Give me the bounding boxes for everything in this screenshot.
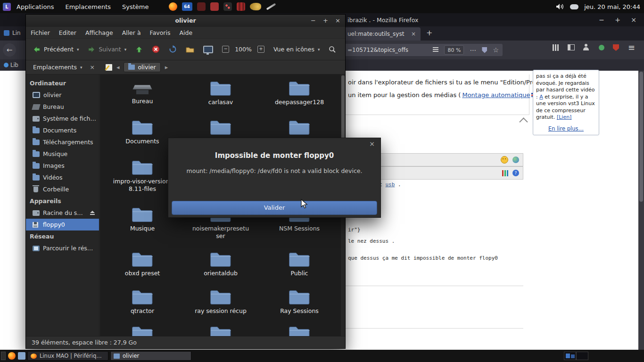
audio-app-icon[interactable] <box>210 2 219 11</box>
crumb-back-icon[interactable]: ◂ <box>116 64 120 71</box>
file-item[interactable]: Public <box>264 251 335 277</box>
account-icon[interactable] <box>583 44 589 50</box>
back-button[interactable]: Précédent ▾ <box>30 43 82 56</box>
taskbar-button[interactable]: Linux MAO | Périfériq… <box>27 351 108 361</box>
chevron-down-icon[interactable]: ▾ <box>77 47 79 52</box>
file-item[interactable]: Bureau <box>107 80 178 105</box>
tool-icon[interactable] <box>266 3 276 10</box>
menu-item[interactable]: Aller à <box>122 29 141 36</box>
menu-item[interactable]: Fichier <box>31 29 50 36</box>
distro-logo[interactable]: L <box>3 3 11 11</box>
menu-icon[interactable]: ≡ <box>628 42 635 52</box>
firefox-close-button[interactable]: × <box>631 16 636 24</box>
sidebar-item[interactable]: Musique <box>26 148 99 160</box>
background-tab-fragment[interactable]: Lin <box>12 30 21 36</box>
read-more-link[interactable]: En lire plus… <box>548 125 584 132</box>
file-item[interactable]: impro-visor-version-8.11-files <box>107 159 178 192</box>
tab-close-icon[interactable]: × <box>411 31 416 37</box>
firefox-scrollbar-thumb[interactable] <box>639 72 643 202</box>
file-item[interactable]: carlasav <box>185 80 256 106</box>
taskbar-button[interactable]: olivier <box>110 351 191 361</box>
new-tab-button[interactable]: + <box>426 28 432 37</box>
file-item[interactable]: Musique <box>107 206 178 232</box>
smiley-icon[interactable] <box>501 156 508 164</box>
caja-close-button[interactable]: × <box>335 17 340 24</box>
file-item[interactable]: ray session récup <box>185 289 256 315</box>
news-card-lien-link[interactable]: [Lien] <box>557 114 572 120</box>
tracking-shield-icon[interactable] <box>482 47 487 53</box>
sidebar-item[interactable]: Vidéos <box>26 172 99 183</box>
sidebar-item[interactable]: Téléchargements <box>26 136 99 148</box>
montage-automatique-link[interactable]: Montage automatique <box>462 91 530 99</box>
sidebar-item[interactable]: Corbeille <box>26 183 99 195</box>
open-folder-button[interactable] <box>182 44 198 55</box>
sidebar-toggle-icon[interactable] <box>568 44 575 50</box>
caja-scrollbar-thumb[interactable] <box>341 75 345 141</box>
menu-item[interactable]: Aide <box>179 29 192 36</box>
caja-minimize-button[interactable]: − <box>311 17 316 24</box>
breadcrumb[interactable]: olivier <box>124 62 160 72</box>
extension-icon[interactable] <box>599 45 604 50</box>
volume-icon[interactable] <box>556 3 564 10</box>
sidebar-item[interactable]: Système de fich… <box>26 113 99 124</box>
menu-item[interactable]: Favoris <box>150 29 171 36</box>
menu-item[interactable]: Editer <box>59 29 76 36</box>
sidebar-item[interactable]: Parcourir le rés… <box>26 242 99 254</box>
file-item[interactable]: orientaldub <box>185 251 256 277</box>
caja-maximize-button[interactable]: + <box>323 17 328 24</box>
menu-item[interactable]: Affichage <box>85 29 113 36</box>
up-button[interactable] <box>132 43 146 56</box>
ublock-icon[interactable] <box>613 44 619 51</box>
close-sidebar-icon[interactable]: × <box>90 64 94 71</box>
sidebar-item[interactable]: Réseau <box>26 230 99 242</box>
computer-button[interactable] <box>200 43 216 56</box>
caja-titlebar[interactable]: olivier <box>26 15 345 27</box>
firefox-minimize-button[interactable]: − <box>599 16 604 24</box>
file-item[interactable]: Ray Sessions <box>264 289 335 315</box>
sidebar-item[interactable]: Images <box>26 160 99 172</box>
crumb-forward-icon[interactable]: ▸ <box>165 64 168 71</box>
sidebar-item[interactable]: olivier <box>26 89 99 101</box>
file-item[interactable] <box>107 325 178 336</box>
reader-mode-icon[interactable] <box>433 47 438 53</box>
workspace-1[interactable] <box>564 352 576 360</box>
file-item[interactable]: deepassager128 <box>264 80 335 106</box>
help-icon[interactable] <box>512 170 519 176</box>
network-tray-icon[interactable] <box>570 4 578 9</box>
globe-icon[interactable] <box>512 156 519 163</box>
files-mini-icon[interactable] <box>18 352 25 360</box>
zoom-in-button[interactable]: + <box>254 43 268 55</box>
workspace-2[interactable] <box>576 352 588 360</box>
file-item[interactable] <box>185 119 256 138</box>
bookmark-star-icon[interactable]: ☆ <box>493 46 499 54</box>
dice-app-icon[interactable] <box>223 2 232 11</box>
chevron-down-icon[interactable]: ▾ <box>124 47 127 52</box>
panel-menu[interactable]: Applications <box>17 3 54 10</box>
panel-menu[interactable]: Système <box>122 3 149 10</box>
clock[interactable]: jeu. 20 mai, 20:44 <box>584 3 640 10</box>
zoom-out-button[interactable]: − <box>219 43 232 55</box>
dialog-close-icon[interactable]: × <box>369 140 375 148</box>
back-button[interactable]: ← <box>3 43 16 57</box>
sidebar-item[interactable]: Appareils <box>26 195 99 207</box>
refresh-button[interactable] <box>165 43 180 56</box>
bookmark-item[interactable]: Lib <box>10 62 18 68</box>
usb-link[interactable]: usb <box>385 181 395 188</box>
sidebar-item[interactable]: Bureau <box>26 101 99 113</box>
places-dropdown[interactable]: Emplacements ▾ <box>30 62 85 72</box>
view-mode-dropdown[interactable]: Vue en icônes ▾ <box>270 43 323 55</box>
firefox-icon[interactable] <box>169 2 177 11</box>
file-item[interactable] <box>264 119 335 138</box>
file-item[interactable] <box>185 325 256 336</box>
file-item[interactable] <box>264 325 335 336</box>
launcher-64-icon[interactable]: 64 <box>182 2 192 11</box>
zoom-indicator[interactable]: 80 % <box>444 45 464 55</box>
news-card-link-a[interactable]: A <box>539 94 543 100</box>
valider-button[interactable]: Valider <box>172 201 377 215</box>
sidebar-item[interactable]: Documents <box>26 124 99 136</box>
horn-icon[interactable] <box>250 3 261 10</box>
audio-app-icon[interactable] <box>197 2 206 11</box>
file-item[interactable]: Documents <box>107 119 178 145</box>
search-button[interactable] <box>325 43 339 56</box>
grid-app-icon[interactable] <box>237 2 245 11</box>
